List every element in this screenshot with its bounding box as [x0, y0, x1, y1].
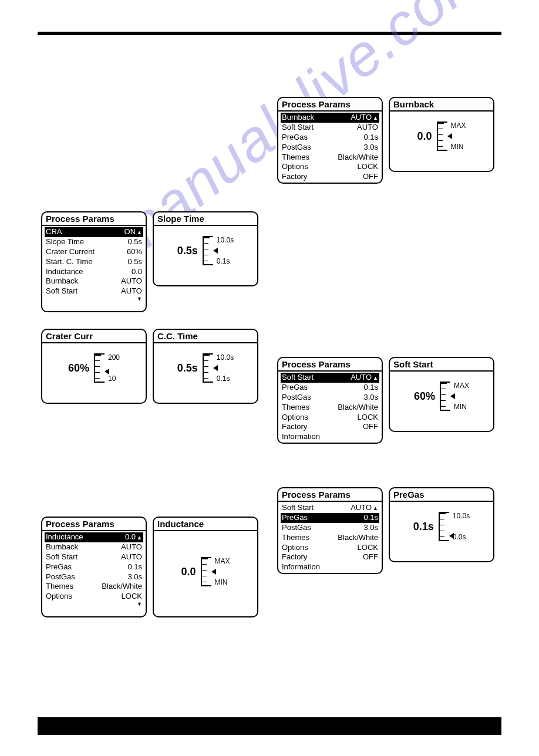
list-row[interactable]: PreGas0.1s — [281, 383, 379, 393]
list-row[interactable]: Information — [281, 432, 379, 442]
panel-body: CRAON▲ Slope Time0.5s Crater Current60% … — [42, 226, 146, 304]
gauge-pointer-icon — [213, 248, 218, 254]
gauge-scale[interactable] — [203, 236, 213, 265]
row-label: Soft Start — [46, 286, 78, 296]
gauge-labels: 10.0s0.1s — [217, 236, 234, 265]
list-row[interactable]: ThemesBlack/White — [281, 403, 379, 413]
row-value: 0.1s — [363, 513, 378, 523]
list-row[interactable]: Soft StartAUTO — [281, 123, 379, 133]
row-label: PostGas — [46, 572, 75, 582]
panel-title: PreGas — [390, 488, 493, 502]
row-value: 0.5s — [127, 237, 142, 247]
panel-title: C.C. Time — [154, 330, 257, 343]
gauge: 0.5s10.0s0.1s — [156, 227, 255, 274]
gauge-max: MAX — [451, 122, 466, 130]
panel-body: 0.5s10.0s0.1s — [154, 343, 257, 394]
row-label: Themes — [46, 582, 73, 592]
arrow-down-icon: ▼ — [281, 182, 379, 184]
list-row[interactable]: BurnbackAUTO — [45, 542, 143, 552]
list-row[interactable]: PostGas3.0s — [281, 393, 379, 403]
row-label: Soft Start — [282, 123, 314, 133]
panel-soft-start: Soft Start 60%MAXMIN — [389, 357, 494, 432]
gauge-pointer-icon — [449, 533, 454, 539]
gauge-max: MAX — [454, 382, 469, 390]
arrow-up-icon: ▲ — [373, 115, 378, 121]
row-label: Inductance — [46, 532, 83, 542]
row-value: AUTO — [121, 276, 142, 286]
row-value: 0.0 — [132, 267, 142, 277]
list-row[interactable]: FactoryOFF — [281, 552, 379, 562]
panel-body: 60%20010 — [42, 343, 146, 394]
arrow-up-icon: ▲ — [137, 230, 142, 235]
list-row[interactable]: Soft StartAUTO — [45, 286, 143, 296]
gauge-pointer-icon — [105, 369, 109, 374]
gauge-value: 60% — [414, 390, 435, 403]
gauge-scale[interactable] — [203, 353, 213, 383]
bottom-bar — [38, 717, 501, 735]
row-label: PreGas — [282, 133, 308, 143]
gauge-max: MAX — [215, 557, 230, 565]
gauge-value: 0.1s — [413, 521, 434, 533]
row-value: 0.0▲ — [125, 532, 142, 542]
list-row[interactable]: Soft StartAUTO▲ — [281, 503, 379, 513]
arrow-down-icon: ▼ — [45, 296, 143, 302]
gauge: 0.0MAXMIN — [392, 113, 491, 160]
panel-title: Slope Time — [154, 212, 257, 226]
row-label: Options — [46, 592, 72, 602]
list-row[interactable]: Start. C. Time0.5s — [45, 257, 143, 267]
gauge-scale[interactable] — [440, 382, 450, 411]
row-value: AUTO▲ — [351, 373, 378, 383]
row-label: Themes — [282, 403, 309, 413]
row-label: PreGas — [282, 383, 308, 393]
gauge-value: 0.0 — [417, 130, 432, 143]
list-row[interactable]: Soft StartAUTO▲ — [281, 373, 379, 383]
row-label: Options — [282, 543, 308, 553]
list-row[interactable]: OptionsLOCK — [281, 162, 379, 172]
gauge-min: 0.1s — [217, 257, 234, 265]
panel-crater-curr: Crater Curr 60%20010 — [41, 329, 147, 404]
list-row[interactable]: OptionsLOCK — [45, 592, 143, 602]
list-row[interactable]: PreGas0.1s — [281, 133, 379, 143]
list-row[interactable]: FactoryOFF — [281, 422, 379, 432]
gauge-min: MIN — [454, 403, 469, 411]
list-row[interactable]: OptionsLOCK — [281, 413, 379, 423]
row-value: 0.1s — [363, 383, 378, 393]
list-row[interactable]: PostGas3.0s — [281, 523, 379, 533]
list-row[interactable]: BurnbackAUTO — [45, 276, 143, 286]
list-row[interactable]: Slope Time0.5s — [45, 237, 143, 247]
panel-slope-time: Slope Time 0.5s10.0s0.1s — [153, 211, 258, 286]
list-row[interactable]: Crater Current60% — [45, 247, 143, 257]
list-row[interactable]: BurnbackAUTO▲ — [281, 113, 379, 123]
gauge-scale[interactable] — [94, 353, 105, 383]
panel-body: BurnbackAUTO▲Soft StartAUTOPreGas0.1sPos… — [278, 112, 382, 184]
list-row[interactable]: Soft StartAUTO — [45, 552, 143, 562]
list-row[interactable]: PreGas0.1s — [45, 562, 143, 572]
gauge-labels: 10.0s0.1s — [217, 353, 234, 383]
gauge-value: 0.0 — [181, 566, 196, 578]
list-row[interactable]: ThemesBlack/White — [281, 533, 379, 543]
row-value: 0.1s — [363, 133, 378, 143]
panel-title: Process Params — [278, 358, 382, 372]
list-row[interactable]: PreGas0.1s — [281, 513, 379, 523]
panel-body: Inductance0.0▲BurnbackAUTOSoft StartAUTO… — [42, 531, 146, 609]
arrow-down-icon: ▼ — [45, 602, 143, 607]
list-row[interactable]: CRAON▲ — [45, 227, 143, 237]
arrow-down-icon: ▼ — [281, 572, 379, 574]
list-row[interactable]: PostGas3.0s — [45, 572, 143, 582]
gauge-min: MIN — [451, 143, 466, 151]
list-row[interactable]: Inductance0.0 — [45, 267, 143, 277]
arrow-down-icon: ▼ — [281, 442, 379, 444]
list-row[interactable]: ThemesBlack/White — [45, 582, 143, 592]
list-row[interactable]: Inductance0.0▲ — [45, 532, 143, 542]
gauge-scale[interactable] — [439, 512, 449, 541]
row-value: AUTO — [121, 286, 142, 296]
list-row[interactable]: ThemesBlack/White — [281, 153, 379, 163]
arrow-up-icon: ▲ — [373, 375, 378, 381]
list-row[interactable]: Information — [281, 562, 379, 572]
gauge-scale[interactable] — [201, 557, 211, 586]
gauge-scale[interactable] — [437, 122, 447, 151]
list-row[interactable]: FactoryOFF — [281, 172, 379, 182]
row-value: LOCK — [358, 543, 378, 553]
list-row[interactable]: OptionsLOCK — [281, 543, 379, 553]
list-row[interactable]: PostGas3.0s — [281, 143, 379, 153]
